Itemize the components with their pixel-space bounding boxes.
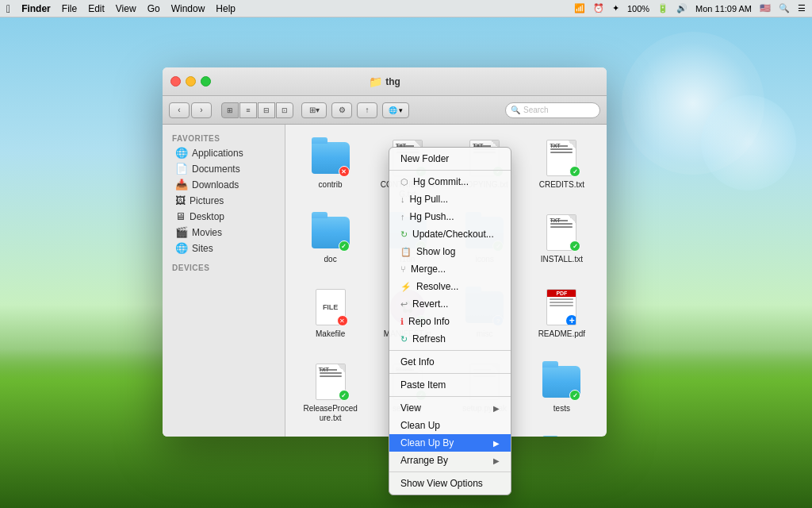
file-item-install[interactable]: TXT ✓ INSTALL.txt <box>525 207 599 279</box>
apple-menu[interactable]:  <box>6 2 10 15</box>
sidebar-item-pictures[interactable]: 🖼 Pictures <box>166 193 282 208</box>
volume-icon[interactable]: 🔊 <box>676 3 688 13</box>
desktop:  Finder File Edit View Go Window Help 📶… <box>0 0 812 508</box>
column-view-button[interactable]: ⊟ <box>258 102 275 118</box>
sidebar-item-desktop[interactable]: 🖥 Desktop <box>166 209 282 224</box>
menu-help[interactable]: Help <box>216 3 236 14</box>
cm-new-folder[interactable]: New Folder <box>389 150 511 167</box>
cm-show-view-options[interactable]: Show View Options <box>389 475 511 492</box>
sidebar-item-label-pictures: Pictures <box>190 195 224 206</box>
sidebar-item-applications[interactable]: 🌐 Applications <box>166 145 282 160</box>
update-icon: ↻ <box>400 229 408 240</box>
sidebar-item-label-desktop: Desktop <box>190 211 224 222</box>
file-name: doc <box>324 255 337 264</box>
file-item-readme[interactable]: PDF + README.pdf <box>525 282 599 353</box>
back-button[interactable]: ‹ <box>169 102 190 118</box>
time-machine-icon[interactable]: ⏰ <box>593 3 604 13</box>
menu-go[interactable]: Go <box>147 3 160 14</box>
cm-label: Hg Push... <box>410 211 454 222</box>
maximize-button[interactable] <box>201 76 211 87</box>
revert-icon: ↩ <box>400 299 408 310</box>
cm-label: Repo Info <box>408 316 450 327</box>
cm-refresh[interactable]: ↻ Refresh <box>389 330 511 348</box>
arrange-button[interactable]: ⊞▾ <box>301 102 327 118</box>
cm-repo-info[interactable]: ℹ Repo Info <box>389 313 511 330</box>
cm-resolve[interactable]: ⚡ Resolve... <box>389 278 511 295</box>
list-view-button[interactable]: ≡ <box>239 102 257 118</box>
search-box[interactable]: 🔍 Search <box>505 102 600 118</box>
cm-view[interactable]: View ▶ <box>389 399 511 417</box>
cm-label: Resolve... <box>416 281 458 292</box>
cm-show-log[interactable]: 📋 Show log <box>389 243 511 260</box>
file-item-thg[interactable]: EXEC ✓ thg <box>293 431 367 437</box>
cm-clean-up-by[interactable]: Clean Up By ▶ <box>389 434 511 452</box>
file-item-win32[interactable]: ✓ win32 <box>525 431 599 437</box>
spotlight-icon[interactable]: 🔍 <box>779 3 790 13</box>
cm-label: Clean Up By <box>400 437 454 448</box>
file-item-credits[interactable]: TXT ✓ CREDITS.txt <box>525 133 599 204</box>
cm-hg-commit[interactable]: ⬡ Hg Commit... <box>389 173 511 190</box>
forward-button[interactable]: › <box>191 102 212 118</box>
submenu-arrow: ▶ <box>493 404 500 413</box>
action-button[interactable]: ⚙ <box>331 102 352 118</box>
log-icon: 📋 <box>400 247 412 257</box>
share-button[interactable]: ↑ <box>357 102 377 118</box>
menu-file[interactable]: File <box>62 3 77 14</box>
app-menu-finder[interactable]: Finder <box>21 3 51 14</box>
desktop-icon: 🖥 <box>175 210 186 222</box>
devices-label: Devices <box>163 260 285 274</box>
cm-revert[interactable]: ↩ Revert... <box>389 295 511 313</box>
cm-get-info[interactable]: Get Info <box>389 353 511 371</box>
file-item-releaseprocedure[interactable]: TXT ✓ ReleaseProcedure.txt <box>293 356 367 428</box>
cm-paste-item[interactable]: Paste Item <box>389 376 511 394</box>
minimize-button[interactable] <box>186 76 196 87</box>
cm-label: Refresh <box>412 333 446 344</box>
context-menu: New Folder ⬡ Hg Commit... ↓ Hg Pull... ↑… <box>389 147 511 495</box>
battery-icon: 🔋 <box>657 3 668 13</box>
file-item-contrib[interactable]: ✕ contrib <box>293 133 367 204</box>
battery-percent: 100% <box>627 4 649 13</box>
downloads-icon: 📥 <box>175 179 188 190</box>
cm-merge[interactable]: ⑂ Merge... <box>389 260 511 278</box>
wifi-icon[interactable]: 📶 <box>574 3 585 13</box>
ok-badge: ✓ <box>569 166 580 177</box>
cm-separator <box>389 350 511 351</box>
notification-icon[interactable]: ☰ <box>798 3 806 13</box>
sidebar-item-label-downloads: Downloads <box>192 179 239 190</box>
cm-separator <box>389 373 511 374</box>
finder-window: 📁 thg ‹ › ⊞ ≡ ⊟ ⊡ ⊞▾ ⚙ ↑ 🌐▾ 🔍 <box>163 67 607 437</box>
file-name: README.pdf <box>538 329 585 339</box>
sidebar-item-label-documents: Documents <box>192 164 240 175</box>
plus-badge: + <box>565 314 576 325</box>
sidebar-item-documents[interactable]: 📄 Documents <box>166 161 282 176</box>
ok-badge: ✓ <box>339 241 350 252</box>
file-item-tests[interactable]: ✓ tests <box>525 356 599 428</box>
close-button[interactable] <box>170 76 181 87</box>
sidebar-item-downloads[interactable]: 📥 Downloads <box>166 177 282 192</box>
documents-icon: 📄 <box>175 163 188 175</box>
cm-update-checkout[interactable]: ↻ Update/Checkout... <box>389 225 511 243</box>
menu-view[interactable]: View <box>116 3 136 14</box>
cm-hg-push[interactable]: ↑ Hg Push... <box>389 208 511 225</box>
coverflow-button[interactable]: ⊡ <box>276 102 293 118</box>
ok-badge: ✓ <box>569 390 580 401</box>
sidebar-item-movies[interactable]: 🎬 Movies <box>166 225 282 240</box>
bluetooth-icon[interactable]: ✦ <box>612 3 619 13</box>
location-button[interactable]: 🌐▾ <box>382 102 409 118</box>
menu-window[interactable]: Window <box>171 3 205 14</box>
icon-view-button[interactable]: ⊞ <box>221 102 239 118</box>
sidebar-item-sites[interactable]: 🌐 Sites <box>166 241 282 256</box>
cm-hg-pull[interactable]: ↓ Hg Pull... <box>389 190 511 208</box>
cm-arrange-by[interactable]: Arrange By ▶ <box>389 452 511 469</box>
flag-icon: 🇺🇸 <box>760 3 771 13</box>
search-icon: 🔍 <box>511 106 520 114</box>
file-item-makefile[interactable]: FILE ✕ Makefile <box>293 282 367 353</box>
datetime-display: Mon 11:09 AM <box>695 4 752 13</box>
cm-label: Merge... <box>411 264 446 275</box>
file-name: Makefile <box>316 329 345 339</box>
cm-label: View <box>400 402 421 414</box>
menu-edit[interactable]: Edit <box>88 3 105 14</box>
cm-clean-up[interactable]: Clean Up <box>389 417 511 434</box>
file-name: CREDITS.txt <box>539 180 584 190</box>
file-item-doc[interactable]: ✓ doc <box>293 207 367 279</box>
